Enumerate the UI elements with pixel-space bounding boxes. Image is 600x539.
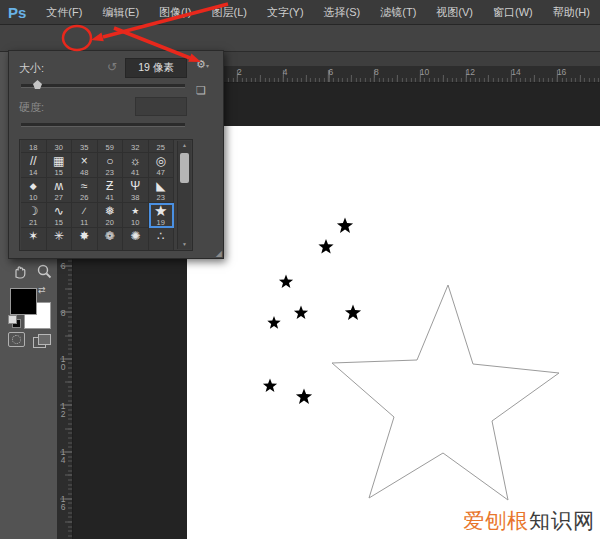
brush-tile[interactable]: ☼41 (123, 153, 149, 178)
menu-item[interactable]: 编辑(E) (92, 0, 149, 24)
screen-mode-button[interactable] (33, 334, 51, 348)
menu-item[interactable]: 帮助(H) (543, 0, 600, 24)
brush-tip-size: 18 (29, 143, 37, 152)
brush-tip-size: 21 (29, 218, 37, 227)
ruler-label: 10 (420, 67, 429, 77)
brush-tile[interactable]: 59 (98, 139, 124, 153)
menu-item[interactable]: 滤镜(T) (370, 0, 426, 24)
brush-tip-icon: Ψ (130, 178, 140, 193)
brush-tile[interactable]: Ψ38 (123, 178, 149, 203)
brush-tile[interactable]: ×48 (72, 153, 98, 178)
brush-tile[interactable]: ○23 (98, 153, 124, 178)
brush-tip-icon: × (81, 153, 88, 168)
brush-tile[interactable]: ✶ (21, 228, 47, 251)
brush-tile[interactable]: ✺ (123, 228, 149, 251)
size-value-field[interactable]: 19 像素 (125, 58, 187, 78)
brush-tip-size: 47 (157, 168, 165, 177)
brush-tile[interactable]: 18 (21, 139, 47, 153)
brush-tip-size: 59 (106, 143, 114, 152)
brush-tile-selected[interactable]: ★19 (149, 203, 175, 228)
brush-tile[interactable]: 35 (72, 139, 98, 153)
watermark: 爱刨根知识网 (463, 507, 595, 535)
brush-tile[interactable]: ✸ (72, 228, 98, 251)
zoom-tool-icon[interactable] (36, 263, 53, 280)
brush-tile[interactable]: ∕11 (72, 203, 98, 228)
ruler-label: 8 (374, 67, 379, 77)
brush-tip-size: 41 (106, 193, 114, 202)
menu-item[interactable]: 窗口(W) (483, 0, 543, 24)
brush-tile[interactable]: ✳ (47, 228, 73, 251)
brush-tip-size: 11 (80, 218, 88, 227)
brush-tip-icon: ❅ (105, 203, 115, 218)
menu-item[interactable]: 图像(I) (149, 0, 201, 24)
menu-item[interactable]: 图层(L) (201, 0, 256, 24)
brush-tip-size: 14 (29, 168, 37, 177)
brush-tip-icon: ✸ (79, 228, 89, 243)
brush-tile[interactable]: ◣23 (149, 178, 175, 203)
brush-tile[interactable]: ◎47 (149, 153, 175, 178)
brush-tip-icon: ◎ (156, 153, 166, 168)
brush-tip-size: 48 (80, 168, 88, 177)
ruler-label: 6 (328, 67, 333, 77)
brush-tip-icon: ▦ (53, 153, 64, 168)
brush-tile[interactable]: Ƶ41 (98, 178, 124, 203)
brush-grid-tiles: 183035593225//14▦15×48○23☼41◎47◆10ʍ27≈26… (21, 139, 175, 251)
panel-resize-grip[interactable]: ◢ (216, 249, 222, 258)
brush-tile[interactable]: ∴ (149, 228, 175, 251)
brush-tile[interactable]: 25 (149, 139, 175, 153)
panel-menu-gear-icon[interactable]: ⚙▾ (196, 58, 209, 71)
size-slider[interactable] (21, 84, 185, 88)
brush-tile[interactable]: ❅20 (98, 203, 124, 228)
ruler-label: 14 (511, 67, 520, 77)
hand-tool-icon[interactable] (11, 263, 28, 280)
ruler-label: 14 (59, 448, 67, 464)
scroll-down-icon[interactable]: ▼ (178, 240, 191, 249)
brush-tile[interactable]: ∿15 (47, 203, 73, 228)
menu-item[interactable]: 视图(V) (426, 0, 483, 24)
default-colors-icon[interactable] (8, 315, 20, 327)
foreground-color-swatch[interactable] (10, 288, 37, 315)
brush-tip-icon: ★ (154, 203, 167, 218)
brush-tile[interactable]: ❁ (98, 228, 124, 251)
menu-item[interactable]: 文件(F) (36, 0, 92, 24)
brush-tile[interactable]: //14 (21, 153, 47, 178)
brush-tip-icon: ❁ (105, 228, 115, 243)
brush-tip-icon: // (30, 153, 37, 168)
brush-tip-icon: ★ (131, 203, 139, 218)
reset-size-icon[interactable]: ↺ (107, 60, 117, 74)
brush-tip-size: 35 (80, 143, 88, 152)
brush-tile[interactable]: 32 (123, 139, 149, 153)
ruler-label: 4 (283, 67, 288, 77)
brush-tip-size: 26 (80, 193, 88, 202)
new-brush-icon[interactable]: ❏ (196, 84, 206, 97)
brush-tile[interactable]: ◆10 (21, 178, 47, 203)
quick-mask-button[interactable] (8, 332, 25, 347)
brush-tile[interactable]: ☽21 (21, 203, 47, 228)
brush-preset-grid: 183035593225//14▦15×48○23☼41◎47◆10ʍ27≈26… (19, 139, 193, 251)
brush-tip-icon: ✺ (130, 228, 140, 243)
brush-tip-icon: ∴ (157, 228, 165, 243)
brush-tile[interactable]: ʍ27 (47, 178, 73, 203)
swap-colors-icon[interactable]: ⇄ (38, 285, 46, 295)
ruler-label: 16 (59, 495, 67, 511)
brush-tip-icon: ○ (106, 153, 113, 168)
brush-tile[interactable]: 30 (47, 139, 73, 153)
brush-tile[interactable]: ≈26 (72, 178, 98, 203)
ruler-label: 16 (557, 67, 566, 77)
brush-tip-icon: ✶ (28, 228, 38, 243)
brush-tip-icon: ☽ (28, 203, 39, 218)
ruler-label: 10 (59, 355, 67, 371)
scroll-up-icon[interactable]: ▲ (178, 141, 191, 150)
menu-item[interactable]: 文字(Y) (257, 0, 314, 24)
ruler-label: 12 (59, 402, 67, 418)
canvas[interactable] (187, 126, 600, 539)
brush-tile[interactable]: ★10 (123, 203, 149, 228)
brush-tip-size: 15 (55, 168, 63, 177)
brush-grid-scrollbar[interactable]: ▲ ▼ (177, 141, 191, 249)
brush-tile[interactable]: ▦15 (47, 153, 73, 178)
scrollbar-thumb[interactable] (180, 153, 189, 183)
menu-item[interactable]: 选择(S) (314, 0, 371, 24)
brush-tip-size: 27 (55, 193, 63, 202)
brush-preset-panel: 大小: ↺ 19 像素 ⚙▾ ❏ 硬度: 183035593225//14▦15… (8, 50, 224, 259)
photoshop-logo: Ps (8, 4, 26, 21)
